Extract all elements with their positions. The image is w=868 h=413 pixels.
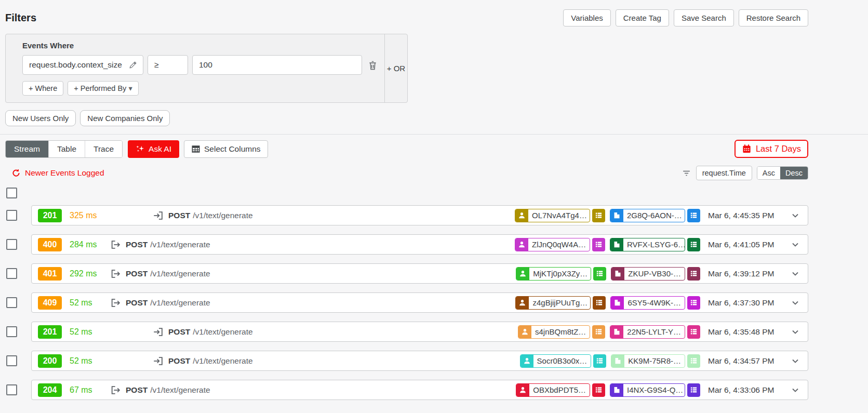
user-details-icon[interactable] xyxy=(593,267,606,281)
chevron-down-icon[interactable] xyxy=(790,239,800,250)
filter-operator-select[interactable]: ≥ xyxy=(148,55,188,75)
event-row: 200 52 ms POST /v1/text/generate xyxy=(5,351,808,371)
company-chip[interactable]: 22N5-LYLT-Y… xyxy=(610,325,685,339)
user-details-icon[interactable] xyxy=(592,238,605,251)
event-card[interactable]: 400 284 ms POST /v1/text/generate xyxy=(31,234,808,255)
tab-table[interactable]: Table xyxy=(48,141,85,157)
user-details-icon[interactable] xyxy=(592,325,605,339)
row-checkbox[interactable] xyxy=(6,355,17,366)
request-path: /v1/text/generate xyxy=(193,356,252,366)
filter-operator-value: ≥ xyxy=(154,60,159,70)
direction-out-icon xyxy=(110,239,122,250)
filter-field-value: request.body.context_size xyxy=(29,60,122,70)
user-chip[interactable]: z4gBjijPUuTg… xyxy=(515,296,591,310)
user-details-icon[interactable] xyxy=(592,383,605,397)
user-chip[interactable]: MjKTj0pX3Zy… xyxy=(516,267,591,281)
company-chip[interactable]: 6SY5-4W9K-… xyxy=(610,296,685,310)
delete-filter-button[interactable] xyxy=(366,60,379,71)
restore-search-button[interactable]: Restore Search xyxy=(739,9,808,26)
event-card[interactable]: 401 292 ms POST /v1/text/generate xyxy=(31,263,808,284)
timestamp: Mar 6, 4:41:05 PM xyxy=(708,240,787,249)
filter-value-input[interactable]: 100 xyxy=(192,55,362,75)
user-details-icon[interactable] xyxy=(593,296,606,310)
performed-by-label: + Performed By xyxy=(74,84,126,92)
chevron-down-icon[interactable] xyxy=(790,327,800,337)
row-checkbox[interactable] xyxy=(6,239,17,250)
chevron-down-icon[interactable] xyxy=(790,210,800,221)
company-id: 6SY5-4W9K-… xyxy=(624,297,685,309)
variables-button[interactable]: Variables xyxy=(563,9,610,26)
newer-events-button[interactable]: Newer Events Logged xyxy=(11,168,104,178)
save-search-button[interactable]: Save Search xyxy=(674,9,734,26)
company-id: 2G8Q-6AON-… xyxy=(623,209,685,222)
latency: 292 ms xyxy=(70,269,110,278)
refresh-icon xyxy=(11,168,21,178)
company-details-icon[interactable] xyxy=(687,296,700,310)
company-chip[interactable]: ZKUP-VB30-… xyxy=(611,267,685,281)
company-icon xyxy=(610,209,623,222)
sort-icon[interactable] xyxy=(682,168,691,178)
company-chip[interactable]: 2G8Q-6AON-… xyxy=(610,209,685,222)
http-method: POST xyxy=(126,298,148,308)
event-card[interactable]: 409 52 ms POST /v1/text/generate xyxy=(31,292,808,313)
ask-ai-button[interactable]: Ask AI xyxy=(128,140,179,158)
new-companies-only-button[interactable]: New Companies Only xyxy=(80,110,170,126)
company-chip[interactable]: I4NX-G9S4-Q… xyxy=(610,383,685,397)
event-card[interactable]: 201 325 ms POST /v1/text/generate xyxy=(31,205,808,225)
event-card[interactable]: 200 52 ms POST /v1/text/generate xyxy=(31,351,808,371)
timestamp: Mar 6, 4:34:57 PM xyxy=(708,356,787,366)
latency: 52 ms xyxy=(70,356,110,366)
add-where-button[interactable]: + Where xyxy=(22,81,63,96)
company-details-icon[interactable] xyxy=(687,267,700,281)
view-tabs: Stream Table Trace xyxy=(5,140,123,158)
company-chip[interactable]: RVFX-LSYG-6… xyxy=(610,238,685,251)
user-chip[interactable]: s4jnBQm8tZ… xyxy=(518,325,590,339)
select-all-checkbox[interactable] xyxy=(6,188,17,198)
user-chip[interactable]: Socr0B3o0x… xyxy=(520,354,592,368)
new-users-only-button[interactable]: New Users Only xyxy=(5,110,76,126)
chevron-down-icon[interactable] xyxy=(790,298,800,308)
company-details-icon[interactable] xyxy=(687,354,700,368)
chevron-down-icon[interactable] xyxy=(790,269,800,279)
select-columns-button[interactable]: Select Columns xyxy=(184,140,268,158)
event-card[interactable]: 204 67 ms POST /v1/text/generate xyxy=(31,380,808,400)
company-id: I4NX-G9S4-Q… xyxy=(623,384,685,396)
company-details-icon[interactable] xyxy=(687,238,700,251)
sort-field-button[interactable]: request.Time xyxy=(696,166,752,180)
user-id: z4gBjijPUuTg… xyxy=(529,297,590,309)
request-path: /v1/text/generate xyxy=(150,298,210,308)
row-checkbox[interactable] xyxy=(6,268,17,279)
status-badge: 201 xyxy=(38,209,62,222)
status-badge: 204 xyxy=(38,383,62,397)
company-details-icon[interactable] xyxy=(687,383,700,397)
user-details-icon[interactable] xyxy=(592,209,605,222)
tab-stream[interactable]: Stream xyxy=(6,141,48,157)
http-method: POST xyxy=(126,240,148,249)
latency: 325 ms xyxy=(70,211,110,220)
chevron-down-icon[interactable] xyxy=(790,356,800,366)
edit-icon xyxy=(129,61,137,69)
add-performed-by-button[interactable]: + Performed By ▾ xyxy=(68,81,138,96)
user-id: OBXbdPDT5… xyxy=(529,384,590,396)
user-chip[interactable]: ZlJnQ0qW4A… xyxy=(515,238,590,251)
user-chip[interactable]: OL7NvA4Tg4… xyxy=(515,209,590,222)
filter-field-select[interactable]: request.body.context_size xyxy=(22,55,143,75)
row-checkbox[interactable] xyxy=(6,297,17,308)
date-range-button[interactable]: Last 7 Days xyxy=(735,140,808,158)
add-or-button[interactable]: + OR xyxy=(385,34,407,102)
create-tag-button[interactable]: Create Tag xyxy=(616,9,669,26)
row-checkbox[interactable] xyxy=(6,210,17,221)
event-card[interactable]: 201 52 ms POST /v1/text/generate xyxy=(31,322,808,342)
tab-trace[interactable]: Trace xyxy=(85,141,122,157)
sort-asc-button[interactable]: Asc xyxy=(757,167,780,179)
user-chip[interactable]: OBXbdPDT5… xyxy=(516,383,590,397)
company-details-icon[interactable] xyxy=(687,209,700,222)
company-details-icon[interactable] xyxy=(687,325,700,339)
row-checkbox[interactable] xyxy=(6,326,17,337)
chevron-down-icon[interactable] xyxy=(790,385,800,395)
sort-desc-button[interactable]: Desc xyxy=(780,167,808,179)
event-row: 201 52 ms POST /v1/text/generate xyxy=(5,322,808,342)
row-checkbox[interactable] xyxy=(6,384,17,395)
company-chip[interactable]: KK9M-75R8-… xyxy=(611,354,685,368)
user-details-icon[interactable] xyxy=(593,354,606,368)
